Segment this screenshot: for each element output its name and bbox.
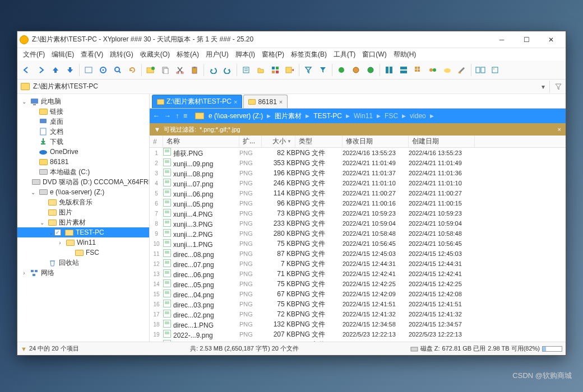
back-icon[interactable]	[20, 63, 33, 77]
menu-item[interactable]: 标签页集(B)	[288, 49, 330, 60]
tree-item[interactable]: 本地磁盘 (C:)	[17, 167, 149, 177]
col-size[interactable]: 大小▼	[262, 136, 295, 147]
close-icon[interactable]: ×	[279, 99, 283, 105]
menu-item[interactable]: 编辑(E)	[48, 49, 77, 60]
tree-expand-icon[interactable]: ⌄	[39, 220, 45, 226]
file-row[interactable]: 8xunji...3.PNGPNG233 KBPNG 文件2022/4/21 1…	[150, 218, 566, 228]
file-row[interactable]: 14direc...05.pngPNG75 KBPNG 文件2022/4/15 …	[150, 279, 566, 289]
tab[interactable]: Z:\图片素材\TEST-PC×	[152, 95, 242, 108]
menu-item[interactable]: 窗口(W)	[359, 49, 390, 60]
filterbar-icon[interactable]	[554, 83, 562, 91]
preview-icon[interactable]	[488, 63, 502, 77]
tree-item[interactable]: ›Win11	[17, 237, 149, 248]
col-mod[interactable]: 修改日期	[343, 136, 409, 147]
tab[interactable]: 86181×	[243, 95, 288, 108]
menu-item[interactable]: 标签(A)	[173, 49, 202, 60]
file-row[interactable]: 10xunji...1.PNGPNG75 KBPNG 文件2022/4/21 1…	[150, 239, 566, 249]
bc-back-icon[interactable]: ←	[153, 112, 160, 120]
tree-expand-icon[interactable]: ⌄	[21, 99, 27, 105]
bc-root[interactable]: e (\\oa-server) (Z:)	[209, 112, 263, 120]
menu-item[interactable]: 窗格(P)	[258, 49, 288, 60]
tree-item[interactable]: 桌面	[17, 116, 149, 127]
col-name[interactable]: 名称	[163, 136, 239, 147]
tree-item[interactable]: ⌄✓TEST-PC	[17, 227, 149, 237]
col-type[interactable]: 类型	[295, 136, 343, 147]
file-row[interactable]: 15direc...04.pngPNG67 KBPNG 文件2022/4/15 …	[150, 289, 566, 299]
tree-item[interactable]: 文档	[17, 127, 149, 137]
undo-icon[interactable]	[206, 63, 220, 77]
col-create[interactable]: 创建日期	[409, 136, 475, 147]
file-list[interactable]: 1捕获.PNGPNG82 KBPNG 文件2022/4/16 13:55:232…	[150, 148, 566, 342]
bc-seg[interactable]: TEST-PC	[313, 112, 342, 120]
menu-item[interactable]: 用户(U)	[202, 49, 232, 60]
file-row[interactable]: 13direc...06.pngPNG71 KBPNG 文件2022/4/15 …	[150, 269, 566, 279]
menu-item[interactable]: 帮助(H)	[390, 49, 420, 60]
file-row[interactable]: 1捕获.PNGPNG82 KBPNG 文件2022/4/16 13:55:232…	[150, 148, 566, 158]
tree-item[interactable]: DVD 驱动器 (D:) CCCOMA_X64FRE_ZH-C	[17, 177, 149, 187]
file-row[interactable]: 17direc...02.pngPNG72 KBPNG 文件2022/4/15 …	[150, 309, 566, 319]
up-icon[interactable]	[49, 63, 62, 77]
bc-seg-dim[interactable]: FSC	[385, 112, 398, 120]
bc-menu-icon[interactable]: ≡	[183, 112, 187, 120]
down-icon[interactable]	[63, 63, 77, 77]
file-row[interactable]: 16direc...03.pngPNG75 KBPNG 文件2022/4/15 …	[150, 299, 566, 309]
open-icon[interactable]	[254, 63, 267, 77]
file-row[interactable]: 18direc...1.PNGPNG132 KBPNG 文件2022/4/15 …	[150, 319, 566, 329]
bc-forward-icon[interactable]: →	[164, 112, 171, 120]
tree-item[interactable]: ⌄图片素材	[17, 217, 149, 227]
col-numhdr[interactable]: #	[150, 136, 163, 147]
dropdown-icon[interactable]: ▾	[542, 83, 545, 91]
paste-icon[interactable]	[188, 63, 201, 77]
tree-item[interactable]: ⌄此电脑	[17, 96, 149, 106]
menu-item[interactable]: 文件(F)	[20, 49, 48, 60]
menu-item[interactable]: 工具(T)	[330, 49, 359, 60]
tree-item[interactable]: OneDrive	[17, 147, 149, 157]
forward-icon[interactable]	[34, 63, 48, 77]
menu-item[interactable]: 收藏夹(O)	[137, 49, 173, 60]
tree-expand-icon[interactable]: ›	[21, 270, 27, 276]
tree-item[interactable]: 下载	[17, 137, 149, 147]
filter2-icon[interactable]	[316, 63, 330, 77]
favorites-icon[interactable]	[96, 63, 110, 77]
stop-icon[interactable]	[349, 63, 363, 77]
grid-icon[interactable]	[411, 63, 425, 77]
close-button[interactable]: ✕	[539, 32, 563, 48]
address-input[interactable]	[33, 83, 542, 91]
close-icon[interactable]: ×	[234, 99, 237, 105]
menu-item[interactable]: 脚本(I)	[232, 49, 258, 60]
tree-item[interactable]: FSC	[17, 248, 149, 258]
view-icon[interactable]	[82, 63, 95, 77]
tree-item[interactable]: 图片	[17, 207, 149, 217]
panes-icon[interactable]	[474, 63, 487, 77]
file-row[interactable]: 3xunji...08.pngPNG196 KBPNG 文件2022/4/21 …	[150, 168, 566, 178]
copy-icon[interactable]	[159, 63, 172, 77]
newfolder-icon[interactable]	[144, 63, 158, 77]
brush-icon[interactable]	[455, 63, 469, 77]
file-row[interactable]: 7xunji...4.PNGPNG73 KBPNG 文件2022/4/21 10…	[150, 208, 566, 218]
file-row[interactable]: 2xunji...09.pngPNG353 KBPNG 文件2022/4/21 …	[150, 158, 566, 168]
tree-item[interactable]: ⌄e (\\oa-server) (Z:)	[17, 187, 149, 197]
tree-expand-icon[interactable]: ⌄	[48, 230, 54, 236]
file-row[interactable]: 192022-...9.pngPNG207 KBPNG 文件2022/5/23 …	[150, 329, 566, 339]
file-row[interactable]: 11direc...08.pngPNG87 KBPNG 文件2022/4/15 …	[150, 249, 566, 259]
sync-icon[interactable]	[335, 63, 348, 77]
filter-icon[interactable]	[302, 63, 315, 77]
close-filter-icon[interactable]: ×	[558, 126, 561, 133]
col-ext[interactable]: 扩...	[239, 136, 262, 147]
bc-seg-dim[interactable]: Win11	[354, 112, 373, 120]
tree-item[interactable]: 86181	[17, 157, 149, 167]
refresh-icon[interactable]	[126, 63, 139, 77]
tree-item[interactable]: 免版权音乐	[17, 197, 149, 207]
file-row[interactable]: 6xunji...05.pngPNG96 KBPNG 文件2022/4/21 1…	[150, 198, 566, 208]
find-icon[interactable]	[111, 63, 124, 77]
bc-seg[interactable]: 图片素材	[275, 111, 302, 121]
tag-icon[interactable]	[283, 63, 297, 77]
bc-seg-dim[interactable]: video	[410, 112, 426, 120]
file-row[interactable]: 4xunji...07.pngPNG246 KBPNG 文件2022/4/21 …	[150, 178, 566, 188]
tree-expand-icon[interactable]: ⌄	[30, 189, 36, 195]
folder-tree[interactable]: ⌄此电脑链接桌面文档下载OneDrive86181本地磁盘 (C:)DVD 驱动…	[17, 94, 150, 342]
cloud-icon[interactable]	[441, 63, 454, 77]
tree-expand-icon[interactable]: ›	[57, 240, 63, 246]
file-row[interactable]: 12direc...07.pngPNG7 KBPNG 文件2022/4/15 1…	[150, 259, 566, 269]
properties-icon[interactable]	[239, 63, 253, 77]
